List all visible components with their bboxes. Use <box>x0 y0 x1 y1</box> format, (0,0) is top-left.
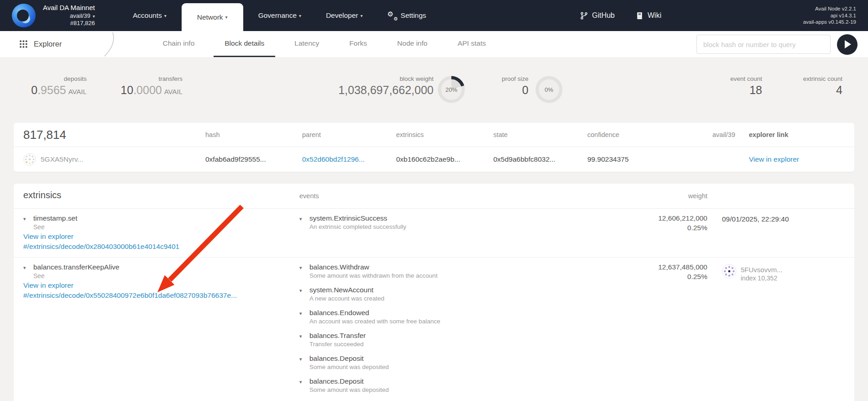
tab-api-stats[interactable]: API stats <box>447 31 497 57</box>
event-item: ▾balances.Transfer Transfer succeeded <box>299 332 589 348</box>
decode-extrinsic-link[interactable]: #/extrinsics/decode/0x280403000b61e4014c… <box>23 243 299 251</box>
weight-column-header: weight <box>688 192 707 200</box>
extrinsic-weight-percent: 0.25% <box>589 224 707 232</box>
view-in-explorer-link[interactable]: View in explorer <box>23 281 299 290</box>
extrinsic-sub: See <box>33 272 299 280</box>
explorer-tabbar: Explorer Chain info Block details Latenc… <box>0 31 868 57</box>
decode-extrinsic-link[interactable]: #/extrinsics/decode/0x55028400972e6b0f1d… <box>23 291 299 300</box>
block-author-address[interactable]: 5GXA5Nyrv... <box>41 155 84 164</box>
summary-extrinsic-count: extrinsic count 4 <box>803 75 842 97</box>
block-weight-percent: 20% <box>437 75 465 104</box>
expand-caret-icon[interactable]: ▾ <box>299 333 309 339</box>
app-picker[interactable]: Explorer <box>19 31 62 57</box>
play-icon <box>845 40 851 48</box>
col-runtime: avail/39 <box>685 131 735 138</box>
expand-caret-icon[interactable]: ▾ <box>299 265 309 271</box>
menu-accounts[interactable]: Accounts▾ <box>120 0 179 31</box>
signer-identicon <box>722 264 737 279</box>
best-block-number: #817,826 <box>43 20 95 27</box>
view-in-explorer-link[interactable]: View in explorer <box>23 232 299 241</box>
summary-deposits: deposits 0.9565AVAIL <box>31 75 87 97</box>
expand-caret-icon[interactable]: ▾ <box>299 288 309 294</box>
col-state: state <box>493 131 587 138</box>
block-number: 817,814 <box>23 128 66 142</box>
api-version: api v14.3.1 <box>803 12 856 19</box>
parent-hash-link[interactable]: 0x52d60bd2f1296... <box>302 155 365 163</box>
wiki-link[interactable]: Wiki <box>636 11 661 20</box>
extrinsics-card: extrinsics events weight ▾timestamp.set … <box>14 184 854 401</box>
proof-size-progress-ring: 0% <box>535 75 563 104</box>
extrinsic-method: timestamp.set <box>33 214 77 222</box>
block-hash: 0xfab6ad9f29555... <box>205 155 302 164</box>
col-extrinsics: extrinsics <box>396 131 493 138</box>
menu-network[interactable]: Network▾ <box>182 3 243 31</box>
extrinsic-weight-percent: 0.25% <box>589 273 707 281</box>
github-link[interactable]: GitHub <box>580 11 615 20</box>
col-explorer-link: explorer link <box>735 131 854 138</box>
grid-icon <box>19 40 28 48</box>
top-nav: Avail DA Mainnet avail/39▾ #817,826 Acco… <box>0 0 868 31</box>
summary-proof-size: proof size 0 <box>502 75 528 97</box>
extrinsic-weight: 12,606,212,000 <box>589 214 707 222</box>
signer-index: index 10,352 <box>741 274 783 282</box>
nav-external-links: GitHub Wiki <box>580 11 661 20</box>
app-name: Explorer <box>34 40 62 48</box>
event-item: ▾balances.Deposit Some amount was deposi… <box>299 354 589 370</box>
extrinsic-row: ▾balances.transferKeepAlive See View in … <box>14 258 854 400</box>
summary-block-weight: block weight 1,038,697,662,000 <box>338 75 434 97</box>
view-in-explorer-link[interactable]: View in explorer <box>749 155 799 163</box>
proof-size-percent: 0% <box>535 75 563 104</box>
menu-governance[interactable]: Governance▾ <box>246 0 314 31</box>
tab-chain-info[interactable]: Chain info <box>152 31 205 57</box>
expand-caret-icon[interactable]: ▾ <box>23 265 33 271</box>
expand-caret-icon[interactable]: ▾ <box>23 216 33 222</box>
avail-logo-icon[interactable] <box>12 4 36 27</box>
events-column-header: events <box>299 192 319 200</box>
expand-caret-icon[interactable]: ▾ <box>299 216 309 222</box>
expand-caret-icon[interactable]: ▾ <box>299 356 309 362</box>
extrinsic-weight: 12,637,485,000 <box>589 263 707 271</box>
explorer-tabs: Chain info Block details Latency Forks N… <box>147 31 501 57</box>
event-item: ▾balances.Endowed An account was created… <box>299 309 589 325</box>
tab-forks[interactable]: Forks <box>339 31 378 57</box>
node-version: Avail Node v2.2.1 <box>803 5 856 12</box>
tab-node-info[interactable]: Node info <box>386 31 438 57</box>
event-item: ▾balances.Deposit Some amount was deposi… <box>299 377 589 393</box>
nav-menu: Accounts▾ Network▾ Governance▾ Developer… <box>120 0 439 31</box>
menu-settings[interactable]: ⚙⚙ Settings <box>375 0 439 31</box>
expand-caret-icon[interactable]: ▾ <box>299 379 309 385</box>
block-search-input[interactable] <box>696 35 831 54</box>
block-search <box>696 35 831 54</box>
event-item: ▾system.NewAccount A new account was cre… <box>299 286 589 302</box>
col-parent: parent <box>302 131 396 138</box>
event-item: ▾balances.Withdraw Some amount was withd… <box>299 263 589 279</box>
code-branch-icon <box>580 12 588 20</box>
extrinsics-root: 0xb160c62b2ae9b... <box>396 155 493 164</box>
signer-address: 5FUvsovvm... <box>741 264 783 274</box>
chain-info-block: Avail DA Mainnet avail/39▾ #817,826 <box>43 4 95 27</box>
extrinsic-method: balances.transferKeepAlive <box>33 263 120 271</box>
block-table-header: 817,814 hash parent extrinsics state con… <box>14 123 854 147</box>
tab-latency[interactable]: Latency <box>283 31 330 57</box>
block-weight-progress-ring: 20% <box>437 75 465 104</box>
block-row: 5GXA5Nyrv... 0xfab6ad9f29555... 0x52d60b… <box>14 147 854 171</box>
summary-event-count: event count 18 <box>730 75 762 97</box>
menu-developer[interactable]: Developer▾ <box>314 0 375 31</box>
chevron-down-icon: ▾ <box>93 14 95 19</box>
block-details-card: 817,814 hash parent extrinsics state con… <box>14 123 854 172</box>
extrinsic-sub: See <box>33 223 299 231</box>
search-submit-button[interactable] <box>837 34 858 55</box>
extrinsics-title: extrinsics <box>23 190 61 200</box>
extrinsic-timestamp: 09/01/2025, 22:29:40 <box>722 215 789 223</box>
version-info: Avail Node v2.2.1 api v14.3.1 avail-apps… <box>803 5 856 26</box>
confidence-value: 99.90234375 <box>587 155 685 164</box>
tab-block-details[interactable]: Block details <box>214 31 275 57</box>
chevron-down-icon: ▾ <box>361 13 363 18</box>
gear-icon: ⚙⚙ <box>387 11 397 20</box>
signer-account[interactable]: 5FUvsovvm... index 10,352 <box>722 264 854 282</box>
chevron-down-icon: ▾ <box>225 15 228 20</box>
expand-caret-icon[interactable]: ▾ <box>299 311 309 317</box>
section-divider <box>102 32 117 57</box>
block-author-identicon <box>23 153 36 166</box>
runtime-version[interactable]: avail/39▾ <box>43 12 95 20</box>
